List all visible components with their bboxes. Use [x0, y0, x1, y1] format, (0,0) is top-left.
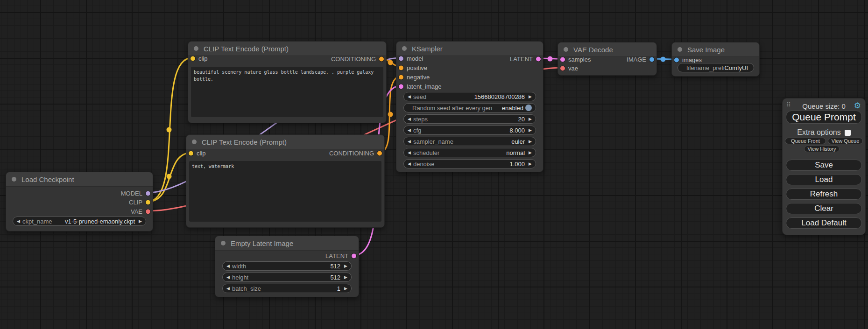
widget-ckpt-name[interactable]: ckpt_name v1-5-pruned-emaonly.ckpt	[13, 217, 146, 226]
widget-scheduler[interactable]: scheduler normal	[403, 148, 536, 157]
node-save-image[interactable]: Save Image images filename_prefix ComfyU…	[671, 42, 760, 77]
decrement-arrow-icon[interactable]	[17, 219, 20, 224]
collapse-dot-icon[interactable]	[221, 241, 226, 245]
increment-arrow-icon[interactable]	[344, 275, 347, 280]
widget-cfg[interactable]: cfg 8.000	[403, 126, 536, 135]
node-vae-decode[interactable]: VAE Decode samples vae IMAGE	[557, 42, 657, 76]
link-dot[interactable]	[388, 60, 393, 65]
view-history-button[interactable]: View History	[804, 146, 840, 152]
widget-denoise[interactable]: denoise 1.000	[403, 159, 536, 168]
decrement-arrow-icon[interactable]	[408, 117, 411, 121]
vae-socket-icon[interactable]	[146, 209, 150, 214]
link-dot[interactable]	[167, 174, 172, 179]
load-button[interactable]: Load	[786, 174, 862, 185]
widget-height[interactable]: height 512	[222, 273, 352, 282]
queue-prompt-button[interactable]: Queue Prompt	[786, 111, 862, 124]
output-socket-image[interactable]: IMAGE	[627, 56, 654, 63]
output-socket-conditioning[interactable]: CONDITIONING	[329, 150, 382, 157]
clear-button[interactable]: Clear	[786, 203, 862, 214]
increment-arrow-icon[interactable]	[529, 162, 532, 166]
node-title-bar[interactable]: VAE Decode	[558, 42, 656, 57]
widget-width[interactable]: width 512	[222, 261, 352, 271]
output-socket-model[interactable]: MODEL	[121, 190, 150, 197]
input-socket-samples[interactable]: samples	[560, 56, 591, 63]
model-socket-icon[interactable]	[146, 191, 150, 196]
output-socket-vae[interactable]: VAE	[131, 208, 150, 215]
input-socket-latent-image[interactable]: latent_image	[399, 83, 441, 90]
collapse-dot-icon[interactable]	[194, 46, 198, 51]
input-socket-positive[interactable]: positive	[399, 64, 427, 71]
collapse-dot-icon[interactable]	[564, 47, 568, 52]
input-socket-images[interactable]: images	[674, 56, 702, 63]
node-title-bar[interactable]: Load Checkpoint	[6, 172, 153, 187]
increment-arrow-icon[interactable]	[139, 219, 142, 224]
node-load-checkpoint[interactable]: Load Checkpoint MODEL CLIP VAE ckpt_name…	[6, 172, 153, 231]
conditioning-socket-icon[interactable]	[399, 75, 403, 79]
link-dot[interactable]	[548, 56, 553, 62]
output-socket-clip[interactable]: CLIP	[129, 199, 150, 206]
decrement-arrow-icon[interactable]	[226, 275, 230, 280]
model-socket-icon[interactable]	[399, 56, 403, 61]
clip-socket-icon[interactable]	[189, 151, 193, 155]
input-socket-vae[interactable]: vae	[560, 65, 578, 72]
vae-socket-icon[interactable]	[560, 66, 565, 70]
conditioning-socket-icon[interactable]	[399, 65, 403, 70]
clip-socket-icon[interactable]	[191, 56, 195, 61]
latent-socket-icon[interactable]	[560, 57, 565, 62]
image-socket-icon[interactable]	[649, 57, 654, 62]
conditioning-socket-icon[interactable]	[379, 56, 384, 61]
decrement-arrow-icon[interactable]	[408, 151, 411, 155]
output-socket-conditioning[interactable]: CONDITIONING	[331, 56, 384, 63]
output-socket-latent[interactable]: LATENT	[510, 56, 541, 63]
node-clip-text-encode-negative[interactable]: CLIP Text Encode (Prompt) clip CONDITION…	[186, 134, 385, 228]
widget-sampler-name[interactable]: sampler_name euler	[403, 137, 536, 146]
refresh-button[interactable]: Refresh	[786, 189, 862, 200]
collapse-dot-icon[interactable]	[12, 177, 16, 182]
input-socket-negative[interactable]: negative	[399, 74, 430, 81]
decrement-arrow-icon[interactable]	[408, 140, 411, 144]
decrement-arrow-icon[interactable]	[226, 264, 230, 268]
widget-seed[interactable]: seed 156680208700286	[403, 92, 536, 101]
load-default-button[interactable]: Load Default	[786, 217, 862, 229]
link-dot[interactable]	[167, 127, 172, 133]
latent-socket-icon[interactable]	[536, 56, 541, 61]
link-dot[interactable]	[661, 57, 666, 62]
clip-socket-icon[interactable]	[146, 200, 150, 204]
collapse-dot-icon[interactable]	[402, 46, 407, 51]
increment-arrow-icon[interactable]	[529, 117, 532, 121]
input-socket-model[interactable]: model	[399, 55, 423, 62]
prompt-text-area[interactable]: text, watermark	[189, 161, 381, 222]
link-dot[interactable]	[388, 112, 393, 117]
widget-steps[interactable]: steps 20	[403, 114, 536, 124]
output-socket-latent[interactable]: LATENT	[325, 252, 356, 259]
increment-arrow-icon[interactable]	[529, 95, 532, 99]
prompt-text-area[interactable]: beautiful scenery nature glass bottle la…	[191, 67, 383, 117]
extra-options-checkbox[interactable]	[845, 130, 851, 136]
image-socket-icon[interactable]	[674, 57, 679, 62]
node-title-bar[interactable]: KSampler	[396, 42, 543, 56]
node-graph-canvas[interactable]: Load Checkpoint MODEL CLIP VAE ckpt_name…	[0, 0, 868, 329]
increment-arrow-icon[interactable]	[344, 264, 347, 268]
node-title-bar[interactable]: Empty Latent Image	[215, 236, 359, 251]
increment-arrow-icon[interactable]	[344, 287, 347, 291]
decrement-arrow-icon[interactable]	[408, 128, 411, 133]
increment-arrow-icon[interactable]	[529, 151, 532, 155]
widget-filename-prefix[interactable]: filename_prefix ComfyUI	[677, 63, 754, 72]
decrement-arrow-icon[interactable]	[408, 95, 411, 99]
save-button[interactable]: Save	[786, 160, 862, 171]
increment-arrow-icon[interactable]	[529, 128, 532, 133]
node-title-bar[interactable]: CLIP Text Encode (Prompt)	[188, 42, 386, 56]
node-ksampler[interactable]: KSampler model positive negative latent_…	[396, 41, 543, 172]
decrement-arrow-icon[interactable]	[226, 287, 230, 291]
collapse-dot-icon[interactable]	[192, 140, 197, 144]
node-clip-text-encode-positive[interactable]: CLIP Text Encode (Prompt) clip CONDITION…	[188, 41, 387, 123]
decrement-arrow-icon[interactable]	[408, 162, 411, 166]
node-title-bar[interactable]: Save Image	[672, 42, 759, 57]
input-socket-clip[interactable]: clip	[189, 150, 206, 157]
conditioning-socket-icon[interactable]	[377, 151, 382, 155]
queue-front-button[interactable]: Queue Front	[785, 138, 826, 144]
node-title-bar[interactable]: CLIP Text Encode (Prompt)	[186, 135, 384, 149]
node-empty-latent-image[interactable]: Empty Latent Image LATENT width 512 heig…	[215, 236, 359, 297]
view-queue-button[interactable]: View Queue	[828, 138, 863, 144]
input-socket-clip[interactable]: clip	[191, 55, 208, 62]
